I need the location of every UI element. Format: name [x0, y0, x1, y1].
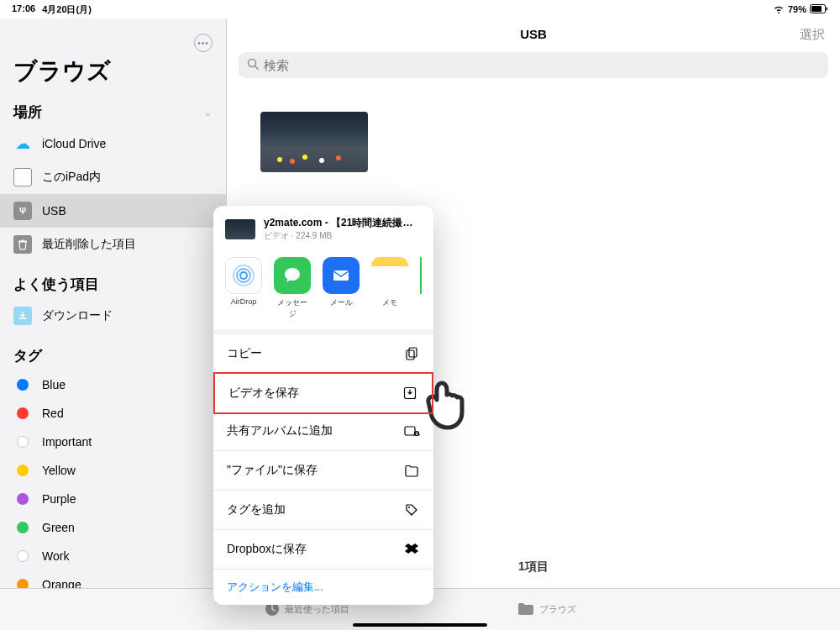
svg-point-6 — [240, 272, 247, 279]
share-app-messages[interactable]: メッセージ — [274, 257, 311, 319]
tag-icon — [403, 501, 420, 518]
action-save-files[interactable]: "ファイル"に保存 — [213, 451, 433, 491]
svg-rect-10 — [407, 350, 414, 360]
sidebar-item-trash[interactable]: 最近削除した項目 — [0, 228, 226, 261]
more-button[interactable]: ••• — [194, 34, 213, 52]
action-label: 共有アルバムに追加 — [227, 423, 333, 438]
partial-app-icon — [420, 257, 422, 294]
message-icon — [274, 257, 311, 294]
tag-label: Important — [42, 435, 92, 449]
action-label: Dropboxに保存 — [227, 542, 307, 557]
sidebar-tag-item[interactable]: Red — [0, 399, 226, 428]
status-time: 17:06 — [12, 3, 35, 16]
download-folder-icon — [13, 307, 32, 325]
mail-icon — [323, 257, 360, 294]
search-input[interactable] — [264, 58, 820, 72]
memo-icon — [371, 257, 408, 294]
svg-rect-9 — [333, 270, 349, 281]
tags-header[interactable]: タグ — [0, 341, 226, 370]
wifi-icon — [773, 4, 785, 15]
airdrop-icon — [225, 257, 262, 294]
ipad-icon — [13, 168, 32, 186]
battery-icon — [810, 4, 828, 15]
search-icon — [247, 58, 259, 72]
sidebar-tag-item[interactable]: Blue — [0, 370, 226, 399]
page-title: USB — [520, 27, 547, 41]
share-app-airdrop[interactable]: AirDrop — [225, 257, 262, 319]
tag-dot-icon — [17, 493, 29, 505]
status-bar: 17:06 4月20日(月) 79% — [0, 0, 840, 18]
battery-percent: 79% — [788, 4, 806, 14]
share-sheet: y2mate.com - 【21時間連続撮影】GH5で… ビデオ · 224.9… — [213, 206, 433, 605]
home-indicator[interactable] — [353, 623, 487, 627]
sidebar-item-icloud[interactable]: ☁ iCloud Drive — [0, 127, 226, 160]
action-label: コピー — [227, 346, 262, 361]
tab-browse[interactable]: ブラウズ — [517, 602, 576, 617]
share-app-partial[interactable] — [420, 257, 422, 319]
action-shared-album[interactable]: 共有アルバムに追加 — [213, 412, 433, 451]
tag-dot-icon — [17, 379, 29, 391]
tag-label: Work — [42, 549, 69, 563]
chevron-down-icon: ⌄ — [203, 106, 213, 118]
sidebar-title: ブラウズ — [0, 55, 226, 97]
tag-label: Purple — [42, 492, 76, 506]
action-copy[interactable]: コピー — [213, 334, 433, 374]
share-thumbnail — [225, 219, 255, 239]
sidebar-tag-item[interactable]: Green — [0, 513, 226, 542]
favorites-header[interactable]: よく使う項目 — [0, 270, 226, 299]
svg-rect-1 — [811, 6, 822, 12]
item-count: 1項目 — [518, 559, 549, 575]
sidebar-item-usb[interactable]: Ψ USB — [0, 194, 226, 228]
tag-label: Yellow — [42, 464, 76, 477]
tag-dot-icon — [17, 407, 29, 419]
select-button[interactable]: 選択 — [800, 27, 825, 43]
tag-label: Orange — [42, 578, 81, 588]
tag-label: Green — [42, 521, 75, 534]
sidebar-tag-item[interactable]: Work — [0, 542, 226, 570]
locations-header[interactable]: 場所 ⌄ — [0, 97, 226, 127]
share-app-row[interactable]: AirDrop メッセージ メール メモ — [213, 250, 433, 329]
sidebar-tag-item[interactable]: Yellow — [0, 456, 226, 485]
status-date: 4月20日(月) — [42, 3, 92, 16]
share-app-mail[interactable]: メール — [323, 257, 360, 319]
edit-actions-button[interactable]: アクションを編集... — [213, 569, 433, 605]
sidebar: ••• ブラウズ 場所 ⌄ ☁ iCloud Drive このiPad内 Ψ U… — [0, 18, 227, 588]
action-label: "ファイル"に保存 — [227, 463, 318, 478]
action-label: ビデオを保存 — [228, 386, 299, 401]
usb-icon: Ψ — [13, 202, 32, 220]
sidebar-item-downloads[interactable]: ダウンロード — [0, 299, 226, 333]
svg-point-7 — [237, 269, 250, 282]
svg-rect-13 — [405, 427, 415, 435]
share-file-name: y2mate.com - 【21時間連続撮影】GH5で… — [264, 216, 422, 230]
action-dropbox[interactable]: Dropboxに保存 — [213, 530, 433, 569]
file-thumbnail[interactable] — [260, 112, 368, 172]
sidebar-item-ipad[interactable]: このiPad内 — [0, 160, 226, 194]
copy-icon — [403, 345, 420, 362]
share-app-memo[interactable]: メモ — [371, 257, 408, 319]
shared-album-icon — [403, 423, 420, 439]
search-box[interactable] — [239, 52, 828, 78]
dropbox-icon — [403, 541, 420, 558]
svg-rect-11 — [409, 348, 417, 357]
action-tag[interactable]: タグを追加 — [213, 491, 433, 530]
folder-icon — [517, 602, 534, 617]
tag-label: Red — [42, 407, 64, 420]
save-video-icon — [402, 385, 418, 402]
share-file-meta: ビデオ · 224.9 MB — [264, 230, 422, 242]
tag-dot-icon — [17, 522, 29, 533]
sidebar-tag-item[interactable]: Orange — [0, 570, 226, 588]
tag-dot-icon — [17, 579, 29, 588]
tag-dot-icon — [17, 465, 29, 476]
tag-label: Blue — [42, 378, 66, 391]
sidebar-tag-item[interactable]: Important — [0, 428, 226, 456]
action-save-video[interactable]: ビデオを保存 — [213, 372, 433, 414]
sidebar-tag-item[interactable]: Purple — [0, 485, 226, 513]
save-files-icon — [403, 462, 420, 479]
svg-line-4 — [255, 66, 259, 70]
action-label: タグを追加 — [227, 502, 286, 517]
tag-dot-icon — [17, 436, 29, 448]
svg-point-15 — [408, 507, 410, 508]
svg-rect-2 — [827, 7, 828, 10]
tag-dot-icon — [17, 550, 29, 562]
trash-icon — [13, 235, 32, 254]
